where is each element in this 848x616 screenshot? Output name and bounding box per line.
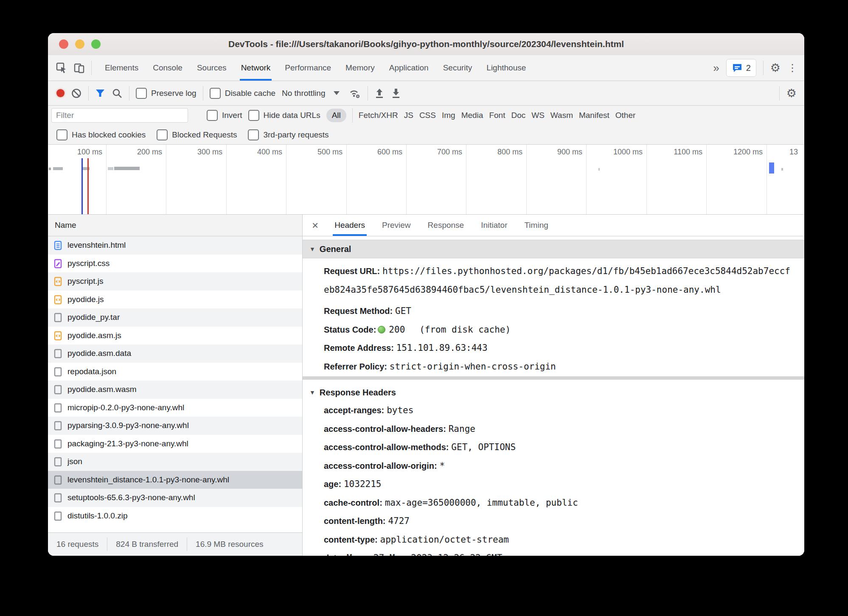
request-row[interactable]: pyodide.asm.data	[48, 344, 302, 363]
kebab-menu-icon[interactable]: ⋮	[787, 62, 797, 74]
issues-badge-button[interactable]: 2	[726, 59, 756, 77]
filter-funnel-icon[interactable]	[95, 88, 105, 98]
settings-gear-icon[interactable]: ⚙	[770, 61, 781, 75]
hide-data-urls-option: Hide data URLs	[248, 110, 320, 121]
filter-type-other[interactable]: Other	[615, 111, 636, 120]
generic-file-icon	[54, 420, 62, 431]
request-row[interactable]: pyscript.js	[48, 272, 302, 291]
response-header-rows: accept-ranges: bytes access-control-allo…	[303, 401, 804, 556]
filter-input[interactable]	[51, 108, 188, 123]
tab-network[interactable]: Network	[234, 55, 278, 81]
tab-elements[interactable]: Elements	[98, 55, 146, 81]
network-conditions-icon[interactable]	[348, 87, 361, 99]
close-icon[interactable]: ×	[303, 215, 326, 236]
gridline	[166, 145, 166, 214]
generic-file-icon	[54, 384, 62, 395]
tab-console[interactable]: Console	[146, 55, 190, 81]
name-column-header[interactable]: Name	[48, 215, 302, 236]
referrer-policy-row: Referrer Policy: strict-origin-when-cros…	[324, 357, 796, 376]
tick-label: 1100 ms	[651, 148, 702, 157]
details-tab-headers[interactable]: Headers	[326, 215, 373, 236]
status-ok-dot-icon	[378, 326, 385, 333]
details-tab-initiator[interactable]: Initiator	[472, 215, 516, 236]
clear-network-log-icon[interactable]	[71, 88, 82, 99]
filter-type-font[interactable]: Font	[489, 111, 505, 120]
request-row[interactable]: distutils-1.0.0.zip	[48, 507, 302, 525]
request-row[interactable]: repodata.json	[48, 363, 302, 381]
gridline	[226, 145, 227, 214]
header-row: content-length: 4727	[324, 512, 796, 530]
general-section-header[interactable]: ▼ General	[303, 240, 804, 258]
device-toolbar-icon[interactable]	[73, 62, 85, 74]
tab-sources[interactable]: Sources	[190, 55, 234, 81]
filter-type-ws[interactable]: WS	[531, 111, 545, 120]
requests-panel: Name levenshtein.html pyscript.css pyscr…	[48, 215, 303, 556]
request-row[interactable]: pyodide_py.tar	[48, 308, 302, 327]
hide-data-urls-checkbox[interactable]	[248, 110, 259, 121]
hide-data-urls-label: Hide data URLs	[264, 111, 320, 120]
has-blocked-cookies-checkbox[interactable]	[56, 129, 67, 140]
filter-type-fetch-xhr[interactable]: Fetch/XHR	[359, 111, 398, 120]
throttling-dropdown[interactable]: No throttling	[282, 89, 340, 98]
blocked-requests-checkbox[interactable]	[157, 129, 168, 140]
request-row-selected[interactable]: levenshtein_distance-1.0.1-py3-none-any.…	[48, 471, 302, 489]
request-row[interactable]: pyodide.asm.wasm	[48, 381, 302, 399]
export-har-icon[interactable]	[391, 88, 401, 99]
request-row[interactable]: pyodide.asm.js	[48, 327, 302, 345]
referrer-policy-key: Referrer Policy:	[324, 362, 387, 371]
gridline	[646, 145, 647, 214]
response-headers-section-header[interactable]: ▼ Response Headers	[303, 384, 804, 401]
options-row: Has blocked cookies Blocked Requests 3rd…	[48, 125, 804, 145]
tick-label: 600 ms	[351, 148, 402, 157]
request-row[interactable]: packaging-21.3-py3-none-any.whl	[48, 435, 302, 453]
filter-type-css[interactable]: CSS	[419, 111, 436, 120]
waterfall-bar-selected	[769, 162, 774, 174]
tick-label: 100 ms	[51, 148, 102, 157]
request-row[interactable]: micropip-0.2.0-py3-none-any.whl	[48, 399, 302, 417]
tab-security[interactable]: Security	[436, 55, 480, 81]
tab-lighthouse[interactable]: Lighthouse	[479, 55, 533, 81]
title-bar[interactable]: DevTools - file:///Users/takanori/Books/…	[48, 33, 804, 56]
record-network-log-button[interactable]	[56, 89, 65, 97]
details-tab-timing[interactable]: Timing	[516, 215, 556, 236]
network-settings-gear-icon[interactable]: ⚙	[786, 87, 797, 100]
request-row[interactable]: json	[48, 453, 302, 471]
request-row[interactable]: levenshtein.html	[48, 236, 302, 255]
blocked-requests-option: Blocked Requests	[157, 129, 237, 140]
request-row[interactable]: setuptools-65.6.3-py3-none-any.whl	[48, 489, 302, 507]
third-party-requests-label: 3rd-party requests	[263, 130, 329, 140]
gridline	[106, 145, 107, 214]
invert-checkbox[interactable]	[207, 110, 218, 121]
request-row[interactable]: pyparsing-3.0.9-py3-none-any.whl	[48, 417, 302, 435]
tab-application[interactable]: Application	[382, 55, 436, 81]
gridline	[346, 145, 347, 214]
resources-size: 16.9 MB resources	[187, 538, 272, 551]
tab-performance[interactable]: Performance	[278, 55, 338, 81]
import-har-icon[interactable]	[374, 88, 385, 99]
gridline	[706, 145, 707, 214]
filter-type-media[interactable]: Media	[461, 111, 483, 120]
filter-type-js[interactable]: JS	[404, 111, 413, 120]
inspect-element-icon[interactable]	[56, 62, 67, 74]
disable-cache-checkbox[interactable]	[210, 88, 221, 99]
request-row[interactable]: pyscript.css	[48, 255, 302, 273]
request-row[interactable]: pyodide.js	[48, 291, 302, 309]
request-method-key: Request Method:	[324, 306, 393, 316]
tab-memory[interactable]: Memory	[338, 55, 382, 81]
filter-type-all[interactable]: All	[326, 109, 346, 122]
filter-type-doc[interactable]: Doc	[511, 111, 525, 120]
preserve-log-checkbox[interactable]	[136, 88, 147, 99]
search-icon[interactable]	[112, 88, 123, 99]
third-party-requests-checkbox[interactable]	[248, 129, 259, 140]
filter-type-img[interactable]: Img	[442, 111, 455, 120]
tick-label: 300 ms	[171, 148, 222, 157]
filter-type-wasm[interactable]: Wasm	[550, 111, 573, 120]
details-tab-response[interactable]: Response	[419, 215, 473, 236]
divider	[91, 61, 92, 75]
filter-type-manifest[interactable]: Manifest	[579, 111, 609, 120]
details-tab-preview[interactable]: Preview	[373, 215, 419, 236]
generic-file-icon	[54, 348, 62, 358]
network-overview-timeline[interactable]: 100 ms 200 ms 300 ms 400 ms 500 ms 600 m…	[48, 145, 804, 215]
divider	[368, 86, 368, 101]
more-tabs-icon[interactable]: »	[713, 55, 719, 81]
